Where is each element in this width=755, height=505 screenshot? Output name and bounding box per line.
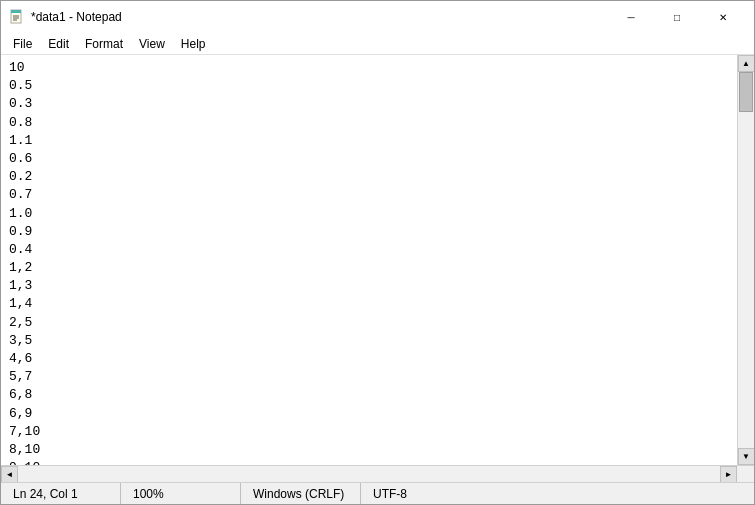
scroll-up-button[interactable]: ▲: [738, 55, 755, 72]
minimize-button[interactable]: ─: [608, 1, 654, 33]
horizontal-scrollbar[interactable]: ◄ ►: [1, 465, 754, 482]
title-bar-left: *data1 - Notepad: [9, 9, 122, 25]
status-position: Ln 24, Col 1: [1, 483, 121, 504]
title-bar: *data1 - Notepad ─ □ ✕: [1, 1, 754, 33]
scroll-left-button[interactable]: ◄: [1, 466, 18, 483]
menu-bar: File Edit Format View Help: [1, 33, 754, 55]
editor-area: 10 0.5 0.3 0.8 1.1 0.6 0.2 0.7 1.0 0.9 0…: [1, 55, 754, 465]
vertical-scrollbar[interactable]: ▲ ▼: [737, 55, 754, 465]
status-encoding: UTF-8: [361, 483, 481, 504]
status-zoom: 100%: [121, 483, 241, 504]
bottom-area: ◄ ► Ln 24, Col 1 100% Windows (CRLF) UTF…: [1, 465, 754, 504]
menu-file[interactable]: File: [5, 35, 40, 53]
scroll-right-button[interactable]: ►: [720, 466, 737, 483]
notepad-window: *data1 - Notepad ─ □ ✕ File Edit Format …: [0, 0, 755, 505]
menu-edit[interactable]: Edit: [40, 35, 77, 53]
scroll-corner: [737, 466, 754, 483]
svg-rect-1: [11, 10, 21, 13]
maximize-button[interactable]: □: [654, 1, 700, 33]
close-button[interactable]: ✕: [700, 1, 746, 33]
status-bar: Ln 24, Col 1 100% Windows (CRLF) UTF-8: [1, 482, 754, 504]
menu-help[interactable]: Help: [173, 35, 214, 53]
menu-format[interactable]: Format: [77, 35, 131, 53]
window-title: *data1 - Notepad: [31, 10, 122, 24]
hscroll-track[interactable]: [18, 466, 720, 482]
scroll-track[interactable]: [738, 72, 754, 448]
status-line-ending: Windows (CRLF): [241, 483, 361, 504]
menu-view[interactable]: View: [131, 35, 173, 53]
title-bar-controls: ─ □ ✕: [608, 1, 746, 33]
scroll-down-button[interactable]: ▼: [738, 448, 755, 465]
scroll-thumb[interactable]: [739, 72, 753, 112]
text-editor[interactable]: 10 0.5 0.3 0.8 1.1 0.6 0.2 0.7 1.0 0.9 0…: [1, 55, 737, 465]
notepad-icon: [9, 9, 25, 25]
